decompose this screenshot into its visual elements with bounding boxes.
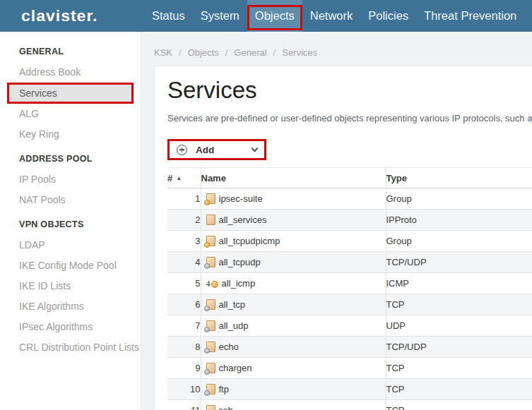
table-row-echo[interactable]: 8echoTCP/UDP (167, 337, 532, 358)
service-name: all_services (219, 215, 267, 225)
table-row-all_tcpudpicmp[interactable]: 3all_tcpudpicmpGroup (167, 231, 532, 252)
service-name: all_tcp (219, 299, 246, 310)
row-number: 6 (167, 294, 201, 315)
table-row-all_tcp[interactable]: 6all_tcpTCP (167, 294, 532, 315)
service-type: Group (386, 188, 532, 210)
service-name-cell[interactable]: all_tcpudp (201, 252, 386, 273)
breadcrumb-item-general[interactable]: General (234, 47, 266, 58)
table-row-ftp[interactable]: 10ftpTCP (167, 379, 532, 400)
service-type: TCP (386, 294, 532, 315)
service-type: Group (386, 231, 532, 252)
breadcrumb: KSK/Objects/General/Services (141, 32, 532, 58)
sidebar-item-key-ring[interactable]: Key Ring (0, 124, 141, 145)
breadcrumb-item-services[interactable]: Services (282, 47, 317, 58)
service-icon (206, 405, 215, 410)
row-number: 1 (167, 188, 201, 210)
service-type: TCP (386, 400, 532, 410)
breadcrumb-separator: / (225, 47, 228, 58)
sidebar-item-ike-config-mode-pool[interactable]: IKE Config Mode Pool (0, 255, 141, 276)
main-menu: StatusSystemObjectsNetworkPoliciesThreat… (144, 0, 524, 32)
sidebar-item-ike-algorithms[interactable]: IKE Algorithms (0, 296, 141, 317)
service-icon (206, 299, 215, 310)
service-name: all_icmp (222, 278, 256, 289)
page-title: Services (167, 76, 532, 104)
breadcrumb-separator: / (179, 47, 182, 58)
top-navbar: clavister. StatusSystemObjectsNetworkPol… (0, 0, 532, 32)
service-type: TCP (386, 379, 532, 400)
service-name: ipsec-suite (219, 193, 263, 204)
sidebar-item-ip-pools[interactable]: IP Pools (0, 169, 141, 190)
sidebar-item-nat-pools[interactable]: NAT Pools (0, 190, 141, 210)
service-name-cell[interactable]: ftp (201, 379, 386, 400)
service-name-cell[interactable]: all_tcpudpicmp (201, 231, 386, 252)
add-button-annotation-box: Add (167, 139, 266, 160)
breadcrumb-separator: / (273, 47, 276, 58)
table-row-all_icmp[interactable]: 54all_icmpICMP (167, 273, 532, 294)
service-name: ftp (219, 384, 229, 394)
services-table: #▲ Name Type 1ipsec-suiteGroup2all_servi… (167, 167, 532, 410)
nav-item-threat-prevention[interactable]: Threat Prevention (416, 0, 524, 32)
sidebar-item-ldap[interactable]: LDAP (0, 235, 141, 255)
table-row-chargen[interactable]: 9chargenTCP (167, 358, 532, 379)
service-name-cell[interactable]: ssh (201, 400, 386, 410)
service-icon (206, 257, 215, 267)
table-row-all_tcpudp[interactable]: 4all_tcpudpTCP/UDP (167, 252, 532, 273)
clavister-logo: clavister. (21, 7, 134, 25)
service-icon (206, 384, 215, 394)
sidebar-item-crl-distribution-point-lists[interactable]: CRL Distribution Point Lists (0, 337, 141, 358)
sidebar-item-ike-id-lists[interactable]: IKE ID Lists (0, 276, 141, 296)
chevron-down-icon (252, 145, 259, 152)
service-type: IPProto (386, 210, 532, 231)
sidebar: GENERALAddress BookServicesALGKey RingAD… (0, 32, 141, 410)
add-button-label: Add (196, 145, 214, 155)
breadcrumb-item-ksk[interactable]: KSK (154, 47, 172, 58)
service-name: chargen (219, 363, 252, 373)
sidebar-section-general: GENERAL (0, 37, 141, 62)
column-header-number[interactable]: #▲ (167, 168, 201, 188)
service-name-cell[interactable]: 4all_icmp (201, 273, 386, 294)
row-number: 2 (167, 210, 201, 231)
breadcrumb-item-objects[interactable]: Objects (188, 47, 219, 58)
row-number: 4 (167, 252, 201, 273)
service-name: ssh (219, 405, 233, 410)
sidebar-item-alg[interactable]: ALG (0, 104, 141, 124)
nav-item-status[interactable]: Status (144, 0, 193, 32)
service-name: all_udp (219, 320, 249, 331)
service-name-cell[interactable]: all_udp (201, 315, 386, 337)
row-number: 3 (167, 231, 201, 252)
row-number: 11 (167, 400, 201, 410)
service-type: TCP (386, 358, 532, 379)
service-name-cell[interactable]: ipsec-suite (201, 188, 386, 210)
nav-item-system[interactable]: System (193, 0, 247, 32)
table-header-row: #▲ Name Type (167, 168, 532, 188)
nav-item-objects[interactable]: Objects (247, 0, 302, 32)
sidebar-item-address-book[interactable]: Address Book (0, 62, 141, 83)
table-row-all_services[interactable]: 2all_servicesIPProto (167, 210, 532, 231)
table-row-all_udp[interactable]: 7all_udpUDP (167, 315, 532, 337)
column-header-type[interactable]: Type (386, 168, 532, 188)
column-header-name[interactable]: Name (201, 168, 386, 188)
broken-image-icon: 4 (206, 279, 218, 288)
nav-item-policies[interactable]: Policies (360, 0, 416, 32)
service-type: ICMP (386, 273, 532, 294)
main-content: KSK/Objects/General/Services Services Se… (141, 32, 532, 410)
row-number: 8 (167, 337, 201, 358)
sidebar-section-address-pool: ADDRESS POOL (0, 145, 141, 169)
group-icon (206, 193, 215, 204)
service-name-cell[interactable]: all_services (201, 210, 386, 231)
add-button[interactable]: Add (170, 141, 264, 158)
service-name-cell[interactable]: all_tcp (201, 294, 386, 315)
sidebar-item-ipsec-algorithms[interactable]: IPsec Algorithms (0, 317, 141, 337)
table-row-ipsec-suite[interactable]: 1ipsec-suiteGroup (167, 188, 532, 210)
service-type: TCP/UDP (386, 337, 532, 358)
nav-item-network[interactable]: Network (302, 0, 361, 32)
service-name: all_tcpudpicmp (219, 236, 280, 246)
service-type: TCP/UDP (386, 252, 532, 273)
service-name-cell[interactable]: chargen (201, 358, 386, 379)
service-icon (206, 363, 215, 373)
service-name-cell[interactable]: echo (201, 337, 386, 358)
sidebar-section-vpn-objects: VPN OBJECTS (0, 210, 141, 235)
sidebar-item-services[interactable]: Services (7, 83, 134, 104)
table-row-ssh[interactable]: 11sshTCP (167, 400, 532, 410)
row-number: 5 (167, 273, 201, 294)
